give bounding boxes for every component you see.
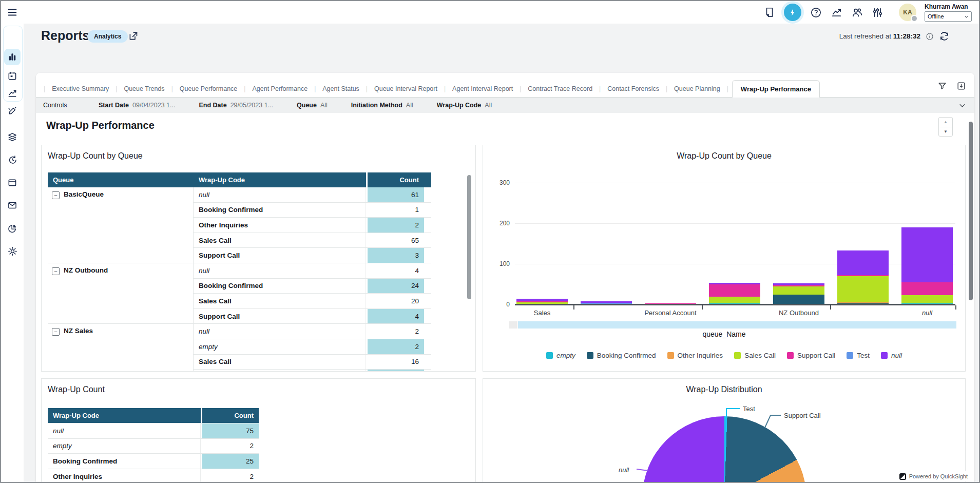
- tab-queue-performance[interactable]: Queue Performance: [177, 81, 241, 97]
- table-row[interactable]: empty2: [48, 438, 259, 454]
- tab-contact-forensics[interactable]: Contact Forensics: [604, 81, 662, 97]
- spinner-up-icon[interactable]: ▲: [939, 118, 952, 127]
- help-icon[interactable]: [810, 6, 822, 18]
- bar-segment-sales-call[interactable]: [837, 276, 889, 302]
- tab-queue-trends[interactable]: Queue Trends: [121, 81, 167, 97]
- sidebar-item-metrics[interactable]: [4, 49, 21, 65]
- hamburger-menu-icon[interactable]: [7, 7, 18, 18]
- filter-wrap-up-code[interactable]: Wrap-Up CodeAll: [437, 102, 492, 109]
- tab-wrap-up-performance[interactable]: Wrap-Up Performance: [732, 80, 820, 98]
- tab-queue-planning[interactable]: Queue Planning: [671, 81, 723, 97]
- table-row[interactable]: null4: [194, 263, 431, 278]
- bar-segment-booking-confirmed[interactable]: [773, 295, 824, 304]
- table-row[interactable]: Sales Call65: [194, 233, 431, 248]
- x-axis-tick: [702, 305, 703, 310]
- queue-group-nz-outbound: −NZ Outbound: [48, 263, 194, 323]
- bar-segment-null[interactable]: [837, 250, 889, 275]
- quick-actions-icon[interactable]: [784, 4, 801, 21]
- sidebar-item-layers[interactable]: [4, 129, 21, 145]
- legend-item-booking-confirmed[interactable]: Booking Confirmed: [587, 352, 656, 359]
- settings-sliders-icon[interactable]: [871, 6, 883, 18]
- bar-segment-sales-call[interactable]: [709, 297, 760, 303]
- avatar[interactable]: KA: [899, 4, 916, 21]
- table-row[interactable]: Booking Confirmed24: [194, 278, 431, 294]
- filter-icon[interactable]: [937, 81, 947, 91]
- legend-swatch: [881, 352, 888, 359]
- table-row[interactable]: Booking Confirmed25: [48, 453, 259, 469]
- table-row[interactable]: empty2: [194, 339, 431, 354]
- table-row[interactable]: Other Inquiries2: [48, 469, 259, 482]
- export-icon[interactable]: [956, 81, 966, 91]
- bar-chart-horizontal-scrollbar[interactable]: [509, 321, 956, 329]
- stacked-bar-null[interactable]: [901, 227, 953, 304]
- legend-item-support-call[interactable]: Support Call: [787, 352, 835, 359]
- collapse-group-icon[interactable]: −: [52, 191, 60, 199]
- sidebar-item-historical-metrics[interactable]: [4, 85, 21, 102]
- sidebar-item-contact-flows[interactable]: [4, 103, 21, 119]
- sidebar-item-pie-reports[interactable]: [4, 220, 21, 237]
- legend-item-test[interactable]: Test: [847, 352, 870, 359]
- legend-item-sales-call[interactable]: Sales Call: [734, 352, 776, 359]
- table-row[interactable]: Sales Call20: [194, 293, 431, 308]
- tab-contract-trace-record[interactable]: Contract Trace Record: [525, 81, 595, 97]
- table-row[interactable]: Support Call3: [194, 247, 431, 263]
- sidebar-item-window[interactable]: [4, 175, 21, 191]
- reports-card: |Executive Summary|Queue Trends|Queue Pe…: [36, 73, 974, 482]
- sidebar-item-mail[interactable]: [4, 197, 21, 214]
- filter-end-date[interactable]: End Date29/05/2023 1...: [199, 102, 273, 109]
- tab-list: |Executive Summary|Queue Trends|Queue Pe…: [40, 81, 913, 97]
- agent-status-select[interactable]: Offline: [925, 11, 972, 22]
- filter-start-date[interactable]: Start Date09/04/2023 1...: [99, 102, 175, 109]
- legend-item-null[interactable]: null: [881, 352, 902, 359]
- table-row[interactable]: Sales Call16: [194, 354, 431, 370]
- dashboard-vertical-scrollbar[interactable]: [969, 122, 973, 300]
- collapse-group-icon[interactable]: −: [52, 328, 60, 336]
- sidebar-item-calendar[interactable]: [4, 68, 21, 84]
- bar-segment-sales-call[interactable]: [773, 286, 824, 295]
- pie-label-test[interactable]: Test: [743, 405, 755, 413]
- pie-label-support-call[interactable]: Support Call: [784, 412, 821, 419]
- collapse-group-icon[interactable]: −: [52, 267, 60, 275]
- controls-collapse-icon[interactable]: [958, 102, 966, 109]
- table-row[interactable]: null61: [194, 187, 431, 202]
- bar-segment-sales-call[interactable]: [901, 295, 953, 303]
- x-tick-label: Personal Account: [627, 309, 714, 317]
- bar-segment-support-call[interactable]: [709, 284, 760, 297]
- info-icon[interactable]: [926, 32, 934, 41]
- filter-initiation-method[interactable]: Initiation MethodAll: [351, 102, 413, 109]
- scroll-thumb[interactable]: [518, 321, 956, 329]
- sidebar-item-settings[interactable]: [4, 243, 21, 259]
- table-row[interactable]: null2: [194, 324, 431, 339]
- table-row[interactable]: Booking Confirmed1: [194, 202, 431, 218]
- stacked-bar-3[interactable]: [709, 283, 760, 304]
- scroll-left-button[interactable]: [509, 321, 517, 329]
- pie-label-null[interactable]: null: [619, 466, 629, 474]
- stacked-bar-5[interactable]: [837, 250, 889, 304]
- bar-segment-support-call[interactable]: [901, 282, 953, 295]
- stacked-bar-nz-outbound[interactable]: [773, 283, 824, 304]
- legend-swatch: [587, 352, 593, 359]
- sidebar-item-history[interactable]: [4, 151, 21, 168]
- table-row[interactable]: Other Inquiries2: [194, 217, 431, 233]
- filter-queue[interactable]: QueueAll: [297, 102, 328, 109]
- table-row[interactable]: Support Call: [194, 369, 431, 372]
- tab-executive-summary[interactable]: Executive Summary: [49, 81, 112, 97]
- tab-queue-interval-report[interactable]: Queue Interval Report: [371, 81, 440, 97]
- table-row[interactable]: null75: [48, 423, 259, 438]
- legend-item-empty[interactable]: empty: [546, 352, 575, 359]
- bar-segment-null[interactable]: [901, 227, 953, 282]
- table-scrollbar[interactable]: [467, 175, 471, 299]
- external-link-icon[interactable]: [128, 31, 139, 42]
- tab-agent-performance[interactable]: Agent Performance: [249, 81, 311, 97]
- spinner-down-icon[interactable]: ▼: [939, 127, 952, 137]
- tab-agent-status[interactable]: Agent Status: [319, 81, 362, 97]
- metrics-trend-icon[interactable]: [830, 6, 842, 18]
- legend-item-other-inquiries[interactable]: Other Inquiries: [667, 352, 723, 359]
- table-row[interactable]: Support Call4: [194, 308, 431, 324]
- tab-agent-interval-report[interactable]: Agent Interval Report: [449, 81, 516, 97]
- pie-chart[interactable]: [642, 416, 806, 482]
- agents-icon[interactable]: [851, 6, 863, 18]
- refresh-icon[interactable]: [939, 31, 950, 42]
- notes-icon[interactable]: [763, 6, 776, 18]
- panel-title: Wrap-Up Count: [48, 385, 105, 394]
